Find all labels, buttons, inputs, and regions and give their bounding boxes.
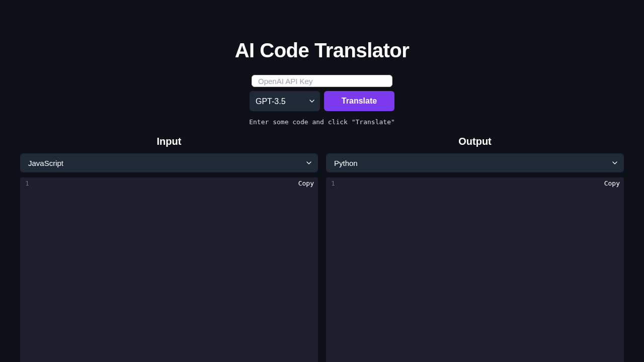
output-copy-button[interactable]: Copy xyxy=(604,179,620,187)
output-line-number: 1 xyxy=(330,179,335,187)
page-title: AI Code Translator xyxy=(235,39,410,62)
hint-text: Enter some code and click "Translate" xyxy=(249,118,395,126)
output-language-select[interactable]: Python xyxy=(326,153,624,172)
output-title: Output xyxy=(326,136,624,147)
input-language-select[interactable]: JavaScript xyxy=(20,153,318,172)
output-code-editor[interactable]: 1 Copy xyxy=(326,177,624,362)
api-key-input[interactable] xyxy=(252,75,392,87)
translate-button[interactable]: Translate xyxy=(324,91,394,111)
input-copy-button[interactable]: Copy xyxy=(298,179,314,187)
input-code-editor[interactable]: 1 Copy xyxy=(20,177,318,362)
input-line-number: 1 xyxy=(24,179,29,187)
output-panel: Output Python 1 Copy xyxy=(326,136,624,362)
model-select[interactable]: GPT-3.5 xyxy=(250,91,320,111)
input-title: Input xyxy=(20,136,318,147)
input-panel: Input JavaScript 1 Copy xyxy=(20,136,318,362)
